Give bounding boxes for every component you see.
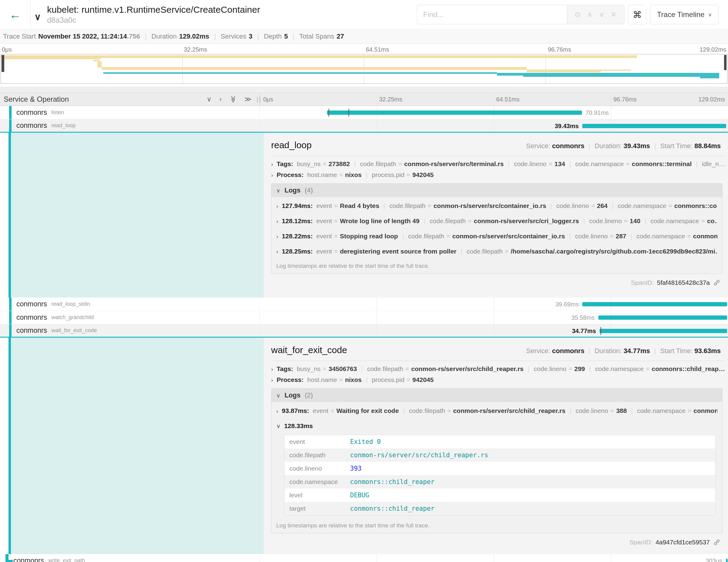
- collapse-all-icon[interactable]: ≫: [230, 96, 236, 103]
- log-entry[interactable]: ›128.12ms:event=Wrote log line of length…: [276, 213, 717, 229]
- kv-pair: idle_n…: [702, 160, 725, 167]
- process-row[interactable]: › Process: host.name=nixos|process.pid=9…: [271, 171, 725, 179]
- chevron-right-icon: ›: [271, 377, 273, 383]
- logs-header[interactable]: ∨ Logs (4): [271, 184, 722, 197]
- span-duration-bar[interactable]: [327, 111, 582, 115]
- span-row-write_exit_path[interactable]: conmonrswrite_exit_path303μs: [0, 554, 728, 562]
- spacer-band: [0, 87, 728, 93]
- expand-one-icon[interactable]: ›: [219, 96, 222, 103]
- expand-all-icon[interactable]: ≫: [244, 96, 251, 103]
- log-entry-header[interactable]: ∨128.33ms: [276, 418, 717, 434]
- kv-pair: code.filepath=/home/sascha/.cargo/regist…: [467, 248, 717, 255]
- span-accent-bar: [9, 324, 12, 337]
- tags-row[interactable]: › Tags: busy_ns=273882|code.filepath=con…: [271, 160, 725, 168]
- chevron-down-icon: ∨: [708, 12, 712, 18]
- span-duration-bar[interactable]: [598, 315, 727, 320]
- span-row-label[interactable]: conmonrswrite_exit_path: [0, 554, 260, 562]
- back-button[interactable]: ←: [0, 0, 31, 29]
- find-input[interactable]: [417, 5, 567, 24]
- top-header: ← ∨ kubelet: runtime.v1.RuntimeService/C…: [0, 0, 728, 29]
- summary-item: Duration129.02ms: [151, 32, 209, 40]
- kv-pair: host.name=nixos: [307, 376, 362, 383]
- detail-title: read_loop: [271, 140, 311, 150]
- kv-pair: code.filepath=conmon-rs/server/src/child…: [409, 407, 565, 414]
- kv-separator: |: [354, 160, 355, 167]
- kv-separator: |: [383, 202, 385, 209]
- span-row-read_loop_stdin[interactable]: conmonrsread_loop_stdin39.69ms: [0, 298, 728, 311]
- span-accent-bar: [9, 298, 12, 311]
- field-key: target: [284, 505, 350, 512]
- span-row-timeline[interactable]: 34.77ms: [260, 324, 728, 337]
- kv-pair: code.lineno=299: [534, 365, 585, 372]
- span-duration-bar[interactable]: [726, 559, 728, 562]
- span-row-timeline[interactable]: 35.58ms: [260, 311, 728, 324]
- span-row-label[interactable]: conmonrswatch_grandchild: [0, 311, 260, 324]
- span-row-timeline[interactable]: 70.91ms: [260, 106, 728, 119]
- logs-header[interactable]: ∨ Logs (2): [271, 389, 722, 402]
- kv-pair: code.namespace=conmonrs::child_reap…: [595, 365, 725, 372]
- kv-separator: |: [631, 233, 632, 240]
- log-entry[interactable]: ›128.22ms:event=Stopping read loop|code.…: [276, 229, 717, 244]
- tags-row[interactable]: › Tags: busy_ns=34506763|code.filepath=c…: [271, 365, 725, 373]
- span-row-wait_for_exit_code[interactable]: conmonrswait_for_exit_code34.77ms: [0, 324, 728, 338]
- span-row-label[interactable]: conmonrswait_for_exit_code: [0, 324, 260, 337]
- trace-collapse-icon[interactable]: ∨: [34, 12, 41, 22]
- summary-separator: |: [257, 32, 259, 40]
- trace-summary-bar: Trace StartNovember 15 2022, 11:24:14.75…: [0, 29, 728, 44]
- span-duration-bar[interactable]: [582, 124, 726, 128]
- span-duration-bar[interactable]: [582, 302, 727, 306]
- span-row-listen[interactable]: conmonrslisten70.91ms: [0, 106, 728, 119]
- find-clear-icon[interactable]: ✕: [611, 10, 617, 19]
- span-row-read_loop[interactable]: conmonrsread_loop39.43ms: [0, 119, 728, 133]
- kv-pair: code.lineno=140: [589, 217, 641, 224]
- find-next-icon[interactable]: ∨: [599, 10, 604, 19]
- view-selector-dropdown[interactable]: Trace Timeline ∨: [650, 5, 719, 24]
- logs-section: ∨ Logs (4) ›127.94ms:event=Read 4 bytes|…: [271, 183, 723, 274]
- find-prev-icon[interactable]: ∧: [587, 10, 593, 19]
- minimap-tick: 96.76ms: [548, 46, 571, 53]
- span-id-row: SpanID: 5faf48165428c37a: [271, 279, 721, 287]
- span-row-label[interactable]: conmonrsread_loop_stdin: [0, 298, 260, 311]
- back-arrow-icon: ←: [9, 9, 21, 21]
- chevron-right-icon: ›: [276, 408, 278, 414]
- span-duration-bar[interactable]: [600, 329, 727, 333]
- field-key: event: [284, 438, 350, 445]
- link-icon[interactable]: [713, 538, 721, 546]
- log-entry[interactable]: ›128.25ms:event=deregistering event sour…: [276, 244, 717, 259]
- operation-name: write_exit_path: [48, 557, 85, 562]
- match-target-icon[interactable]: ⊙: [575, 10, 581, 19]
- detail-left-strip: [0, 338, 264, 554]
- field-value: conmonrs::child_reaper: [350, 478, 434, 485]
- process-row[interactable]: › Process: host.name=nixos|process.pid=9…: [271, 376, 725, 383]
- log-field-row: code.lineno393: [284, 462, 715, 475]
- log-entry[interactable]: ›93.87ms:event=Waiting for exit code|cod…: [276, 403, 717, 418]
- kv-separator: |: [583, 217, 585, 224]
- span-accent-bar: [9, 311, 12, 324]
- span-row-timeline[interactable]: 303μs: [260, 554, 728, 562]
- span-row-timeline[interactable]: 39.43ms: [260, 119, 728, 132]
- span-id-value: 4a947cfd1ce59537: [655, 539, 710, 546]
- service-name: conmonrs: [16, 121, 47, 130]
- chevron-right-icon: ›: [276, 203, 278, 209]
- span-row-timeline[interactable]: 39.69ms: [260, 298, 728, 311]
- chevron-right-icon: ›: [271, 172, 273, 179]
- minimap-tick: 0μs: [2, 46, 12, 53]
- kv-separator: |: [361, 365, 363, 372]
- link-icon[interactable]: [713, 279, 721, 287]
- find-controls: ⊙ ∧ ∨ ✕: [567, 5, 624, 24]
- span-accent-bar: [9, 133, 11, 298]
- span-row-label[interactable]: conmonrslisten: [0, 106, 260, 119]
- kv-pair: code.lineno=134: [514, 160, 565, 167]
- service-name: conmonrs: [16, 108, 47, 117]
- keyboard-shortcuts-button[interactable]: ⌘: [628, 5, 646, 24]
- minimap-canvas[interactable]: [1, 54, 727, 84]
- timeline-tick: 0μs: [263, 96, 273, 103]
- span-row-watch_grandchild[interactable]: conmonrswatch_grandchild35.58ms: [0, 311, 728, 324]
- kv-pair: process.pid=942045: [372, 376, 434, 383]
- kv-pair: busy_ns=273882: [297, 160, 350, 167]
- minimap-bar: [102, 67, 526, 70]
- collapse-one-icon[interactable]: ∨: [207, 96, 212, 103]
- log-entry[interactable]: ›127.94ms:event=Read 4 bytes|code.filepa…: [276, 198, 717, 213]
- trace-id: d8a3a0c: [47, 16, 260, 25]
- span-row-label[interactable]: conmonrsread_loop: [0, 119, 260, 132]
